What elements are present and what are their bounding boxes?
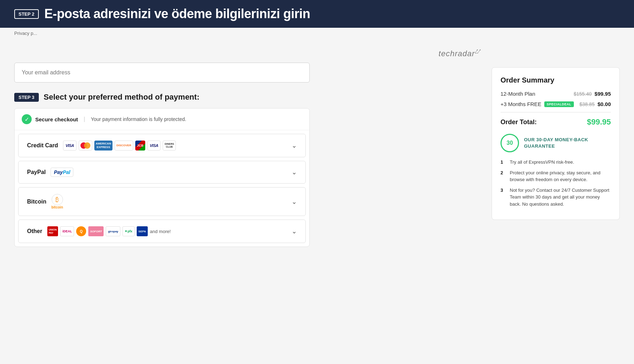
privacy-text: Privacy p... [14, 31, 37, 36]
paypal-label: PayPal [27, 169, 46, 175]
secure-check-icon: ✓ [22, 114, 32, 124]
right-column: Order Summary 12-Month Plan $155.40 $99.… [492, 46, 620, 220]
other-icons: UNIONPAY iDEAL Q SOFORT giropay ✦pfx [47, 226, 171, 236]
order-summary-title: Order Summary [501, 76, 611, 84]
diners-icon: DINERSCLUB [163, 141, 175, 151]
bitcoin-left: Bitcoin ₿ bitcoin [27, 194, 63, 209]
mastercard-circles [80, 142, 90, 149]
payment-method-other[interactable]: Other UNIONPAY iDEAL Q SOFORT giropay [18, 220, 306, 243]
bitcoin-icon-group: ₿ bitcoin [51, 194, 63, 209]
mastercard-icon [79, 141, 92, 151]
order-total-label: Order Total: [501, 118, 537, 126]
free-months-original: $38.85 [580, 101, 595, 107]
payment-method-paypal[interactable]: PayPal PayPal ⌄ [18, 161, 306, 184]
plan-current-price: $99.95 [594, 91, 611, 97]
sepa-icon: SEPA [137, 226, 148, 236]
amex-icon: AMERICANEXPRESS [94, 141, 112, 151]
credit-card-label: Credit Card [27, 142, 58, 149]
guarantee-title: OUR 30-DAY MONEY-BACK GUARANTEE [524, 134, 611, 149]
order-total-row: Order Total: $99.95 [501, 117, 611, 127]
techradar-logo: techradar⌰ [14, 46, 480, 63]
bitcoin-label: Bitcoin [27, 199, 46, 205]
visa-icon: VISA [63, 141, 77, 151]
bitcoin-icons: ₿ bitcoin [51, 194, 63, 209]
free-months-prices: $38.85 $0.00 [580, 101, 611, 107]
free-months-left: +3 Months FREE SPECIALDEAL [501, 101, 574, 107]
paypal-chevron: ⌄ [292, 168, 297, 176]
order-summary: Order Summary 12-Month Plan $155.40 $99.… [492, 67, 620, 220]
paypal-icon: PayPal [51, 168, 73, 177]
special-deal-badge: SPECIALDEAL [544, 101, 574, 107]
visa2-icon: VISA [147, 141, 161, 151]
paypal-icons: PayPal [51, 168, 73, 177]
giropay-icon: giropay [106, 226, 120, 236]
free-months-price: $0.00 [597, 101, 611, 107]
credit-card-left: Credit Card VISA [27, 141, 176, 151]
order-total-price: $99.95 [587, 117, 611, 127]
step3-badge: STEP 3 [14, 93, 39, 102]
email-input[interactable] [14, 63, 310, 83]
ideal-icon: iDEAL [60, 226, 74, 236]
mc-orange [84, 142, 90, 149]
guarantee-text-3: Not for you? Contact our 24/7 Customer S… [510, 187, 611, 208]
plan-original-price: $155.40 [574, 91, 592, 97]
guarantee-num-2: 2 [501, 169, 506, 183]
free-months-row: +3 Months FREE SPECIALDEAL $38.85 $0.00 [501, 101, 611, 107]
plan-row: 12-Month Plan $155.40 $99.95 [501, 91, 611, 97]
page-title: E-posta adresinizi ve ödeme bilgileriniz… [44, 6, 310, 21]
bitcoin-text: bitcoin [51, 205, 63, 209]
step-badge-header: STEP 2 [14, 9, 39, 19]
guarantee-item-1: 1 Try all of ExpressVPN risk-free. [501, 159, 611, 166]
guarantee-list: 1 Try all of ExpressVPN risk-free. 2 Pro… [501, 159, 611, 207]
secure-description: Your payment information is fully protec… [91, 116, 186, 122]
secure-label: Secure checkout [35, 116, 78, 122]
secure-divider: | [84, 116, 85, 122]
step3-header: STEP 3 Select your preferred method of p… [14, 93, 480, 102]
free-months-label: +3 Months FREE [501, 101, 541, 107]
plan-label: 12-Month Plan [501, 91, 535, 97]
jcb-icon: JCB [135, 141, 145, 151]
pfx-icon: ✦pfx [122, 226, 135, 236]
techradar-text: techradar⌰ [439, 49, 480, 58]
credit-card-icons: VISA AMERICANEXPRESS DISC [63, 141, 176, 151]
secure-checkout-bar: ✓ Secure checkout | Your payment informa… [15, 109, 309, 130]
other-chevron: ⌄ [292, 227, 297, 235]
step3-title: Select your preferred method of payment: [44, 93, 200, 102]
guarantee-section: 30 OUR 30-DAY MONEY-BACK GUARANTEE [501, 134, 611, 152]
bitcoin-symbol: ₿ [56, 196, 59, 204]
guarantee-item-2: 2 Protect your online privacy, stay secu… [501, 169, 611, 183]
header-banner: STEP 2 E-posta adresinizi ve ödeme bilgi… [0, 0, 634, 28]
guarantee-badge: 30 [501, 134, 519, 152]
bitcoin-icon-wrapper: ₿ [52, 194, 63, 205]
privacy-bar: Privacy p... [0, 28, 634, 39]
payment-method-bitcoin[interactable]: Bitcoin ₿ bitcoin ⌄ [18, 187, 306, 216]
bitcoin-chevron: ⌄ [292, 198, 297, 206]
paypal-text: PayPal [54, 169, 70, 175]
other-label: Other [27, 228, 42, 234]
guarantee-num-3: 3 [501, 187, 506, 208]
guarantee-num-1: 1 [501, 159, 506, 166]
discover-icon: DISCOVER [115, 141, 133, 151]
paypal-left: PayPal PayPal [27, 168, 73, 177]
payment-container: ✓ Secure checkout | Your payment informa… [14, 108, 310, 247]
guarantee-text-1: Try all of ExpressVPN risk-free. [510, 159, 574, 166]
plan-prices: $155.40 $99.95 [574, 91, 611, 97]
and-more-text: and more! [150, 229, 171, 234]
left-column: techradar⌰ STEP 3 Select your preferred … [14, 46, 480, 247]
page-wrapper: STEP 2 E-posta adresinizi ve ödeme bilgi… [0, 0, 634, 261]
guarantee-text-2: Protect your online privacy, stay secure… [510, 169, 611, 183]
qiwi-icon: Q [76, 226, 86, 236]
unionpay-icon: UNIONPAY [47, 226, 58, 236]
order-divider [501, 112, 611, 112]
sofort-icon: SOFORT [88, 226, 104, 236]
credit-card-chevron: ⌄ [292, 142, 297, 149]
main-content: techradar⌰ STEP 3 Select your preferred … [0, 39, 634, 261]
other-left: Other UNIONPAY iDEAL Q SOFORT giropay [27, 226, 171, 236]
email-input-wrapper [14, 63, 480, 83]
payment-method-credit-card[interactable]: Credit Card VISA [18, 134, 306, 157]
guarantee-item-3: 3 Not for you? Contact our 24/7 Customer… [501, 187, 611, 208]
